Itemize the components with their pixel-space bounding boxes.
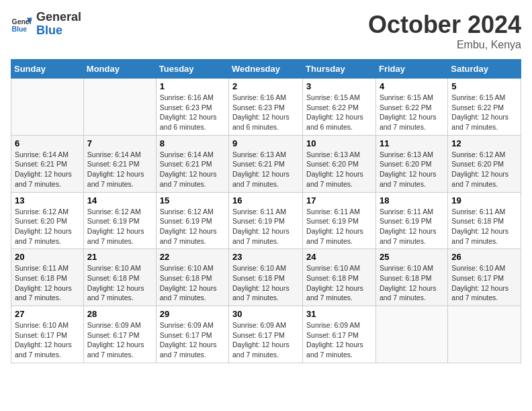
day-number: 1 (160, 81, 225, 91)
col-header-tuesday: Tuesday (156, 60, 228, 79)
day-info: Sunrise: 6:14 AM Sunset: 6:21 PM Dayligh… (160, 150, 225, 189)
day-info: Sunrise: 6:10 AM Sunset: 6:17 PM Dayligh… (15, 320, 80, 360)
calendar-cell: 1Sunrise: 6:16 AM Sunset: 6:23 PM Daylig… (156, 79, 228, 136)
day-info: Sunrise: 6:10 AM Sunset: 6:18 PM Dayligh… (306, 263, 372, 303)
day-info: Sunrise: 6:12 AM Sunset: 6:19 PM Dayligh… (160, 207, 225, 246)
calendar-cell: 26Sunrise: 6:10 AM Sunset: 6:17 PM Dayli… (448, 249, 521, 306)
page-header: General Blue General Blue October 2024 E… (11, 11, 521, 51)
day-info: Sunrise: 6:16 AM Sunset: 6:23 PM Dayligh… (232, 93, 299, 132)
calendar-cell: 31Sunrise: 6:09 AM Sunset: 6:17 PM Dayli… (303, 306, 376, 363)
day-info: Sunrise: 6:15 AM Sunset: 6:22 PM Dayligh… (451, 93, 517, 132)
day-info: Sunrise: 6:11 AM Sunset: 6:19 PM Dayligh… (232, 207, 299, 246)
day-info: Sunrise: 6:13 AM Sunset: 6:20 PM Dayligh… (306, 150, 372, 189)
day-number: 15 (160, 195, 225, 205)
calendar-cell: 21Sunrise: 6:10 AM Sunset: 6:18 PM Dayli… (83, 249, 156, 306)
day-number: 5 (451, 81, 517, 91)
calendar-cell: 8Sunrise: 6:14 AM Sunset: 6:21 PM Daylig… (156, 135, 228, 192)
day-info: Sunrise: 6:12 AM Sunset: 6:19 PM Dayligh… (87, 207, 152, 246)
week-row-1: 1Sunrise: 6:16 AM Sunset: 6:23 PM Daylig… (11, 79, 521, 136)
day-number: 30 (232, 309, 299, 319)
calendar-cell: 20Sunrise: 6:11 AM Sunset: 6:18 PM Dayli… (11, 249, 84, 306)
day-info: Sunrise: 6:15 AM Sunset: 6:22 PM Dayligh… (306, 93, 372, 132)
day-info: Sunrise: 6:09 AM Sunset: 6:17 PM Dayligh… (306, 320, 372, 360)
day-number: 16 (232, 195, 299, 205)
day-info: Sunrise: 6:11 AM Sunset: 6:18 PM Dayligh… (15, 263, 80, 303)
calendar-cell (11, 79, 84, 136)
day-info: Sunrise: 6:10 AM Sunset: 6:18 PM Dayligh… (232, 263, 299, 303)
day-number: 9 (232, 138, 299, 148)
calendar-cell: 30Sunrise: 6:09 AM Sunset: 6:17 PM Dayli… (229, 306, 303, 363)
day-number: 28 (87, 309, 152, 319)
col-header-saturday: Saturday (448, 60, 521, 79)
day-info: Sunrise: 6:13 AM Sunset: 6:21 PM Dayligh… (232, 150, 299, 189)
day-number: 13 (15, 195, 80, 205)
day-number: 10 (306, 138, 372, 148)
week-row-2: 6Sunrise: 6:14 AM Sunset: 6:21 PM Daylig… (11, 135, 521, 192)
day-info: Sunrise: 6:09 AM Sunset: 6:17 PM Dayligh… (160, 320, 225, 360)
day-number: 21 (87, 252, 152, 262)
day-number: 11 (380, 138, 444, 148)
day-info: Sunrise: 6:09 AM Sunset: 6:17 PM Dayligh… (87, 320, 152, 360)
day-info: Sunrise: 6:09 AM Sunset: 6:17 PM Dayligh… (232, 320, 299, 360)
day-number: 27 (15, 309, 80, 319)
col-header-friday: Friday (375, 60, 447, 79)
calendar-cell: 25Sunrise: 6:10 AM Sunset: 6:18 PM Dayli… (375, 249, 447, 306)
calendar-cell: 10Sunrise: 6:13 AM Sunset: 6:20 PM Dayli… (303, 135, 376, 192)
calendar-cell: 7Sunrise: 6:14 AM Sunset: 6:21 PM Daylig… (83, 135, 156, 192)
calendar-cell: 17Sunrise: 6:11 AM Sunset: 6:19 PM Dayli… (303, 192, 376, 249)
calendar-cell: 29Sunrise: 6:09 AM Sunset: 6:17 PM Dayli… (156, 306, 228, 363)
calendar-cell: 23Sunrise: 6:10 AM Sunset: 6:18 PM Dayli… (229, 249, 303, 306)
day-number: 22 (160, 252, 225, 262)
week-row-3: 13Sunrise: 6:12 AM Sunset: 6:20 PM Dayli… (11, 192, 521, 249)
location: Embu, Kenya (368, 39, 521, 51)
calendar-cell: 14Sunrise: 6:12 AM Sunset: 6:19 PM Dayli… (83, 192, 156, 249)
day-info: Sunrise: 6:12 AM Sunset: 6:20 PM Dayligh… (15, 207, 80, 246)
day-number: 18 (380, 195, 444, 205)
day-number: 23 (232, 252, 299, 262)
day-number: 14 (87, 195, 152, 205)
day-number: 3 (306, 81, 372, 91)
calendar-cell: 9Sunrise: 6:13 AM Sunset: 6:21 PM Daylig… (229, 135, 303, 192)
col-header-wednesday: Wednesday (229, 60, 303, 79)
calendar-cell: 12Sunrise: 6:12 AM Sunset: 6:20 PM Dayli… (448, 135, 521, 192)
calendar-header-row: SundayMondayTuesdayWednesdayThursdayFrid… (11, 60, 521, 79)
logo-text: General Blue (36, 11, 81, 38)
svg-text:Blue: Blue (12, 26, 28, 33)
calendar-cell: 27Sunrise: 6:10 AM Sunset: 6:17 PM Dayli… (11, 306, 84, 363)
day-info: Sunrise: 6:14 AM Sunset: 6:21 PM Dayligh… (15, 150, 80, 189)
week-row-5: 27Sunrise: 6:10 AM Sunset: 6:17 PM Dayli… (11, 306, 521, 363)
day-info: Sunrise: 6:13 AM Sunset: 6:20 PM Dayligh… (380, 150, 444, 189)
calendar-cell: 3Sunrise: 6:15 AM Sunset: 6:22 PM Daylig… (303, 79, 376, 136)
day-number: 24 (306, 252, 372, 262)
day-number: 20 (15, 252, 80, 262)
day-info: Sunrise: 6:10 AM Sunset: 6:17 PM Dayligh… (451, 263, 517, 303)
day-info: Sunrise: 6:12 AM Sunset: 6:20 PM Dayligh… (451, 150, 517, 189)
day-number: 25 (380, 252, 444, 262)
day-number: 2 (232, 81, 299, 91)
day-info: Sunrise: 6:11 AM Sunset: 6:19 PM Dayligh… (306, 207, 372, 246)
calendar-cell (83, 79, 156, 136)
calendar-cell (448, 306, 521, 363)
day-info: Sunrise: 6:10 AM Sunset: 6:18 PM Dayligh… (87, 263, 152, 303)
day-info: Sunrise: 6:11 AM Sunset: 6:18 PM Dayligh… (451, 207, 517, 246)
calendar-cell (375, 306, 447, 363)
day-number: 8 (160, 138, 225, 148)
calendar-cell: 16Sunrise: 6:11 AM Sunset: 6:19 PM Dayli… (229, 192, 303, 249)
week-row-4: 20Sunrise: 6:11 AM Sunset: 6:18 PM Dayli… (11, 249, 521, 306)
calendar-cell: 5Sunrise: 6:15 AM Sunset: 6:22 PM Daylig… (448, 79, 521, 136)
month-title: October 2024 (368, 11, 521, 39)
day-info: Sunrise: 6:14 AM Sunset: 6:21 PM Dayligh… (87, 150, 152, 189)
calendar-cell: 2Sunrise: 6:16 AM Sunset: 6:23 PM Daylig… (229, 79, 303, 136)
calendar-cell: 11Sunrise: 6:13 AM Sunset: 6:20 PM Dayli… (375, 135, 447, 192)
col-header-thursday: Thursday (303, 60, 376, 79)
day-info: Sunrise: 6:11 AM Sunset: 6:19 PM Dayligh… (380, 207, 444, 246)
day-number: 19 (451, 195, 517, 205)
calendar-cell: 18Sunrise: 6:11 AM Sunset: 6:19 PM Dayli… (375, 192, 447, 249)
day-info: Sunrise: 6:15 AM Sunset: 6:22 PM Dayligh… (380, 93, 444, 132)
day-number: 12 (451, 138, 517, 148)
col-header-monday: Monday (83, 60, 156, 79)
logo: General Blue General Blue (11, 11, 81, 38)
calendar-cell: 6Sunrise: 6:14 AM Sunset: 6:21 PM Daylig… (11, 135, 84, 192)
day-number: 7 (87, 138, 152, 148)
day-number: 29 (160, 309, 225, 319)
